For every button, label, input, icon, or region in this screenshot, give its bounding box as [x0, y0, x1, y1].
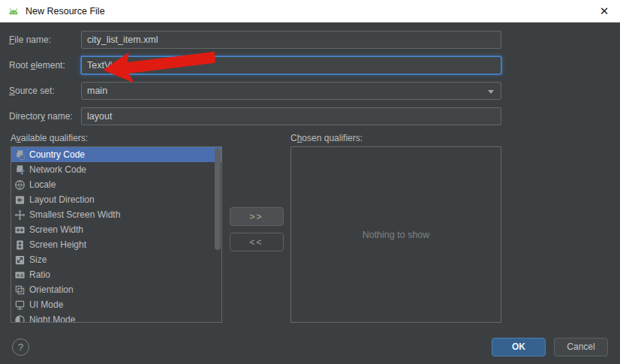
add-qualifier-button[interactable]: >>: [230, 207, 284, 226]
file-name-label: File name:: [9, 35, 81, 45]
source-set-value: main: [87, 86, 107, 96]
directory-name-value: layout: [87, 111, 112, 122]
ok-button[interactable]: OK: [492, 338, 546, 356]
qualifier-item-label: UI Mode: [29, 299, 63, 310]
arrows-horizontal-icon: [14, 224, 26, 236]
transfer-buttons: >> <<: [222, 146, 290, 323]
root-element-value: TextView: [87, 60, 125, 71]
arrows-out-icon: [14, 209, 26, 221]
available-qualifiers-list[interactable]: Country CodeNetwork CodeLocaleLayout Dir…: [11, 146, 222, 323]
qualifier-item-orientation[interactable]: Orientation: [11, 282, 221, 297]
qualifier-item-smallest-screen-width[interactable]: Smallest Screen Width: [11, 207, 221, 222]
chosen-qualifiers-label: Chosen qualifiers:: [290, 133, 363, 143]
qualifier-item-size[interactable]: Size: [11, 252, 221, 267]
qualifier-item-ui-mode[interactable]: UI Mode: [11, 297, 221, 312]
root-element-label: Root element:: [9, 60, 81, 71]
qualifier-item-screen-height[interactable]: Screen Height: [11, 237, 221, 252]
qualifier-item-label: Network Code: [29, 164, 86, 175]
globe-icon: [14, 179, 26, 191]
flag-globe-icon: [14, 149, 26, 161]
qualifier-labels: Available qualifiers: Chosen qualifiers:: [11, 133, 501, 143]
half-moon-icon: [14, 314, 26, 323]
source-set-label: Source set:: [9, 86, 81, 96]
form-row-source-set: Source set:main: [9, 82, 501, 100]
text-caret: [125, 60, 126, 71]
qualifier-item-label: Size: [29, 254, 47, 265]
window-title: New Resource File: [26, 6, 105, 17]
file-name-value: city_list_item.xml: [87, 35, 158, 45]
source-set-combobox[interactable]: main: [81, 82, 501, 100]
close-icon[interactable]: ✕: [596, 3, 612, 20]
qualifier-picker: Country CodeNetwork CodeLocaleLayout Dir…: [11, 146, 501, 323]
form: File name:city_list_item.xmlRoot element…: [0, 23, 620, 125]
qualifier-item-label: Screen Height: [29, 239, 86, 250]
cancel-button[interactable]: Cancel: [554, 338, 608, 356]
form-row-root-element: Root element:TextView: [9, 56, 501, 74]
qualifier-item-label: Orientation: [29, 284, 74, 295]
directory-name-input[interactable]: layout: [81, 107, 501, 125]
arrow-left-square-icon: [14, 194, 26, 206]
form-row-directory-name: Directory name:layout: [9, 107, 501, 125]
qualifier-item-layout-direction[interactable]: Layout Direction: [11, 192, 221, 207]
form-row-file-name: File name:city_list_item.xml: [9, 31, 501, 49]
qualifier-item-label: Night Mode: [29, 314, 75, 323]
qualifier-item-label: Locale: [29, 179, 56, 190]
qualifier-item-label: Country Code: [29, 149, 85, 160]
directory-name-label: Directory name:: [9, 111, 81, 122]
qualifier-item-country-code[interactable]: Country Code: [11, 147, 221, 162]
scrollbar-thumb[interactable]: [215, 148, 221, 250]
qualifier-item-label: Ratio: [29, 269, 50, 280]
monitor-icon: [14, 299, 26, 311]
qualifier-item-network-code[interactable]: Network Code: [11, 162, 221, 177]
remove-qualifier-button[interactable]: <<: [230, 233, 284, 251]
arrows-diagonal-icon: [14, 254, 26, 266]
qualifier-item-locale[interactable]: Locale: [11, 177, 221, 192]
flag-signal-icon: [14, 164, 26, 176]
titlebar: New Resource File ✕: [0, 0, 620, 23]
file-name-input[interactable]: city_list_item.xml: [81, 31, 501, 49]
svg-text:4:3: 4:3: [17, 272, 23, 277]
qualifier-item-label: Screen Width: [29, 224, 83, 235]
root-element-input[interactable]: TextView: [81, 56, 501, 74]
available-qualifiers-label: Available qualifiers:: [11, 133, 290, 143]
qualifier-item-screen-width[interactable]: Screen Width: [11, 222, 221, 237]
qualifier-item-label: Smallest Screen Width: [29, 209, 120, 220]
chevron-down-icon[interactable]: [488, 90, 494, 94]
android-icon: [7, 6, 20, 17]
ratio-icon: 4:3: [14, 269, 26, 281]
chosen-qualifiers-panel: Nothing to show: [290, 146, 501, 323]
help-button[interactable]: ?: [12, 338, 29, 356]
footer-buttons: OK Cancel: [492, 338, 608, 356]
new-resource-file-dialog: New Resource File ✕ File name:city_list_…: [0, 0, 620, 364]
arrows-vertical-icon: [14, 239, 26, 251]
footer: ? OK Cancel: [0, 329, 620, 364]
orientation-icon: [14, 284, 26, 296]
qualifier-item-label: Layout Direction: [29, 194, 95, 205]
qualifier-item-ratio[interactable]: 4:3Ratio: [11, 267, 221, 282]
empty-state-text: Nothing to show: [363, 230, 430, 240]
qualifier-item-night-mode[interactable]: Night Mode: [11, 312, 221, 323]
